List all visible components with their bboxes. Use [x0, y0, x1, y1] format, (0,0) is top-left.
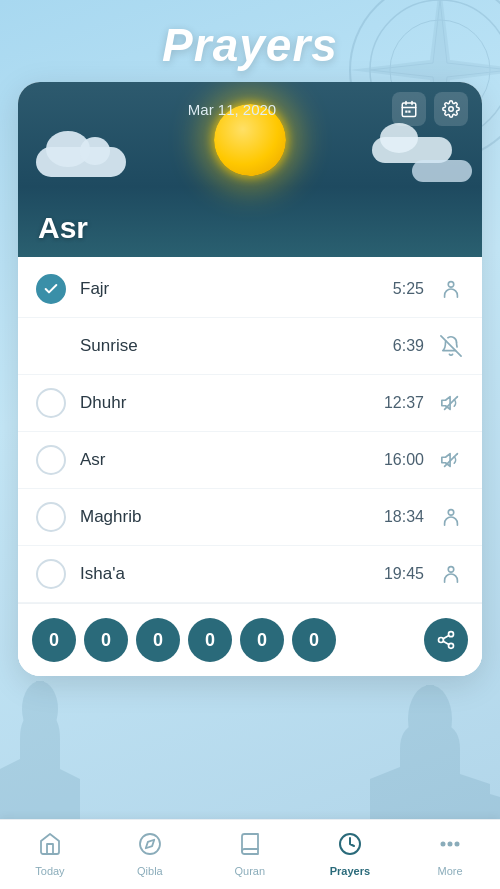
settings-button[interactable] — [434, 92, 468, 126]
isha-checkbox[interactable] — [36, 559, 66, 589]
nav-quran-label: Quran — [235, 865, 266, 877]
prayer-row: Isha'a 19:45 — [18, 546, 482, 603]
svg-marker-28 — [146, 840, 154, 848]
svg-point-31 — [449, 843, 452, 846]
volume-low-icon — [440, 392, 462, 414]
asr-checkbox[interactable] — [36, 445, 66, 475]
date-label: Mar 11, 2020 — [72, 101, 392, 118]
page-title: Prayers — [0, 0, 500, 72]
bottom-nav: Today Qibla Quran Prayers — [0, 819, 500, 889]
sunrise-sound-button[interactable] — [438, 333, 464, 359]
counter-2[interactable]: 0 — [84, 618, 128, 662]
nav-qibla[interactable]: Qibla — [120, 826, 180, 883]
cloud-3 — [412, 160, 472, 182]
counter-1-value: 0 — [49, 630, 59, 651]
svg-line-25 — [443, 641, 449, 644]
share-icon — [436, 630, 456, 650]
volume-low-icon-2 — [440, 449, 462, 471]
home-icon — [38, 832, 62, 862]
counter-5-value: 0 — [257, 630, 267, 651]
nav-more-label: More — [437, 865, 462, 877]
settings-icon — [442, 100, 460, 118]
card-header: Mar 11, 2020 Asr — [18, 82, 482, 257]
asr-name: Asr — [80, 450, 380, 470]
dhuhr-time: 12:37 — [380, 394, 424, 412]
svg-point-14 — [448, 282, 454, 288]
dhuhr-checkbox[interactable] — [36, 388, 66, 418]
svg-point-20 — [448, 510, 454, 516]
maghrib-checkbox[interactable] — [36, 502, 66, 532]
asr-time: 16:00 — [380, 451, 424, 469]
maghrib-name: Maghrib — [80, 507, 380, 527]
prayer-row: Asr 16:00 — [18, 432, 482, 489]
book-icon — [238, 832, 262, 862]
asr-sound-button[interactable] — [438, 447, 464, 473]
prayer-row: Sunrise 6:39 — [18, 318, 482, 375]
fajr-time: 5:25 — [380, 280, 424, 298]
nav-prayers-label: Prayers — [330, 865, 370, 877]
svg-point-32 — [456, 843, 459, 846]
adhan-icon-2 — [440, 506, 462, 528]
counter-2-value: 0 — [101, 630, 111, 651]
fajr-checkbox[interactable] — [36, 274, 66, 304]
nav-quran[interactable]: Quran — [220, 826, 280, 883]
prayer-row: Fajr 5:25 — [18, 261, 482, 318]
nav-qibla-label: Qibla — [137, 865, 163, 877]
sunrise-time: 6:39 — [380, 337, 424, 355]
counter-row: 0 0 0 0 0 0 — [18, 603, 482, 676]
prayer-list: Fajr 5:25 Sunrise 6:39 — [18, 257, 482, 676]
counter-1[interactable]: 0 — [32, 618, 76, 662]
fajr-sound-button[interactable] — [438, 276, 464, 302]
check-icon — [43, 281, 59, 297]
svg-rect-4 — [36, 681, 44, 696]
adhan-icon — [440, 278, 462, 300]
isha-name: Isha'a — [80, 564, 380, 584]
adhan-icon-3 — [440, 563, 462, 585]
maghrib-time: 18:34 — [380, 508, 424, 526]
nav-today-label: Today — [35, 865, 64, 877]
svg-rect-7 — [402, 103, 416, 117]
compass-icon — [138, 832, 162, 862]
bell-muted-icon — [440, 335, 462, 357]
current-prayer-label: Asr — [38, 211, 88, 245]
share-button[interactable] — [424, 618, 468, 662]
svg-rect-12 — [408, 111, 410, 113]
svg-rect-6 — [426, 685, 434, 703]
svg-rect-11 — [405, 111, 407, 113]
more-icon — [438, 832, 462, 862]
card-header-top: Mar 11, 2020 — [18, 82, 482, 126]
svg-point-13 — [449, 107, 454, 112]
svg-line-26 — [443, 635, 449, 638]
counter-4-value: 0 — [205, 630, 215, 651]
svg-point-27 — [140, 834, 160, 854]
counter-6[interactable]: 0 — [292, 618, 336, 662]
dhuhr-name: Dhuhr — [80, 393, 380, 413]
nav-more[interactable]: More — [420, 826, 480, 883]
maghrib-sound-button[interactable] — [438, 504, 464, 530]
counter-3-value: 0 — [153, 630, 163, 651]
isha-time: 19:45 — [380, 565, 424, 583]
counter-6-value: 0 — [309, 630, 319, 651]
svg-point-3 — [22, 681, 58, 737]
cloud-1 — [36, 147, 126, 177]
svg-point-5 — [408, 685, 452, 753]
prayer-row: Dhuhr 12:37 — [18, 375, 482, 432]
header-icons — [392, 92, 468, 126]
counter-5[interactable]: 0 — [240, 618, 284, 662]
prayer-row: Maghrib 18:34 — [18, 489, 482, 546]
sunrise-name: Sunrise — [80, 336, 380, 356]
svg-line-15 — [441, 336, 461, 356]
clock-icon — [338, 832, 362, 862]
dhuhr-sound-button[interactable] — [438, 390, 464, 416]
svg-point-21 — [448, 567, 454, 573]
fajr-name: Fajr — [80, 279, 380, 299]
svg-point-30 — [442, 843, 445, 846]
isha-sound-button[interactable] — [438, 561, 464, 587]
counter-4[interactable]: 0 — [188, 618, 232, 662]
calendar-icon — [400, 100, 418, 118]
nav-prayers[interactable]: Prayers — [320, 826, 380, 883]
calendar-button[interactable] — [392, 92, 426, 126]
main-card: Mar 11, 2020 Asr — [18, 82, 482, 676]
counter-3[interactable]: 0 — [136, 618, 180, 662]
nav-today[interactable]: Today — [20, 826, 80, 883]
